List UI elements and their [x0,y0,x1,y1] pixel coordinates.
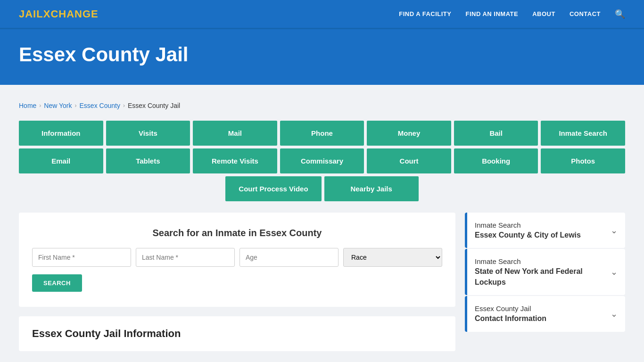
last-name-input[interactable] [136,248,235,267]
sidebar-card-title-contact: Essex County Jail Contact Information [475,304,546,324]
sidebar-card-header-essex[interactable]: Inmate Search Essex County & City of Lew… [467,213,625,248]
main-section: Search for an Inmate in Essex County Rac… [19,213,625,351]
sidebar-card-contact: Essex County Jail Contact Information ⌄ [465,296,625,331]
nav-contact[interactable]: CONTACT [570,10,601,17]
sidebar-card-title-ny: Inmate Search State of New York and Fede… [475,256,611,288]
breadcrumb: Home › New York › Essex County › Essex C… [19,94,625,109]
search-form-container: Search for an Inmate in Essex County Rac… [19,213,455,307]
button-grid-row2: Email Tablets Remote Visits Commissary C… [19,148,625,173]
btn-commissary[interactable]: Commissary [280,148,364,173]
age-input[interactable] [239,248,339,267]
sidebar-card-header-ny[interactable]: Inmate Search State of New York and Fede… [467,249,625,295]
logo[interactable]: JAILXCHANGE [19,8,99,20]
btn-booking[interactable]: Booking [454,148,538,173]
breadcrumb-current: Essex County Jail [128,102,180,109]
breadcrumb-sep-3: › [123,102,125,109]
breadcrumb-home[interactable]: Home [19,102,36,109]
btn-court-process-video[interactable]: Court Process Video [225,176,321,201]
btn-information[interactable]: Information [19,121,103,146]
btn-court[interactable]: Court [367,148,451,173]
sidebar-card-inmate-search-ny: Inmate Search State of New York and Fede… [465,249,625,295]
btn-tablets[interactable]: Tablets [106,148,190,173]
btn-inmate-search[interactable]: Inmate Search [541,121,625,146]
search-icon[interactable]: 🔍 [615,9,625,19]
race-select[interactable]: Race White Black Hispanic Asian Other [343,248,442,267]
sidebar: Inmate Search Essex County & City of Lew… [465,213,625,333]
logo-x: X [43,8,51,20]
left-column: Search for an Inmate in Essex County Rac… [19,213,455,351]
btn-visits[interactable]: Visits [106,121,190,146]
btn-photos[interactable]: Photos [541,148,625,173]
sidebar-card-title-essex: Inmate Search Essex County & City of Lew… [475,220,581,240]
chevron-down-icon: ⌄ [611,225,618,236]
btn-money[interactable]: Money [367,121,451,146]
breadcrumb-essex-county[interactable]: Essex County [80,102,120,109]
breadcrumb-sep-1: › [39,102,41,109]
search-form-title: Search for an Inmate in Essex County [32,228,442,239]
btn-mail[interactable]: Mail [193,121,277,146]
breadcrumb-sep-2: › [75,102,77,109]
nav-about[interactable]: ABOUT [532,10,555,17]
logo-exchange: CHANGE [50,8,98,20]
sidebar-card-inmate-search-essex: Inmate Search Essex County & City of Lew… [465,213,625,248]
info-section: Essex County Jail Information [19,316,455,351]
search-fields: Race White Black Hispanic Asian Other [32,248,442,267]
breadcrumb-new-york[interactable]: New York [44,102,72,109]
search-button[interactable]: SEARCH [32,274,82,292]
nav-find-inmate[interactable]: FIND AN INMATE [465,10,518,17]
first-name-input[interactable] [32,248,131,267]
nav-links: FIND A FACILITY FIND AN INMATE ABOUT CON… [399,9,625,19]
hero-section: Essex County Jail [0,29,644,85]
sidebar-card-header-contact[interactable]: Essex County Jail Contact Information ⌄ [467,296,625,331]
navbar: JAILXCHANGE FIND A FACILITY FIND AN INMA… [0,0,644,29]
button-grid-row1: Information Visits Mail Phone Money Bail… [19,121,625,146]
chevron-down-icon: ⌄ [611,309,618,319]
button-grid-row3: Court Process Video Nearby Jails [19,176,625,201]
info-section-title: Essex County Jail Information [32,328,442,340]
logo-jail: JAIL [19,8,43,20]
btn-phone[interactable]: Phone [280,121,364,146]
btn-remote-visits[interactable]: Remote Visits [193,148,277,173]
btn-nearby-jails[interactable]: Nearby Jails [324,176,419,201]
nav-find-facility[interactable]: FIND A FACILITY [399,10,451,17]
page-title: Essex County Jail [19,43,625,66]
content-wrapper: Home › New York › Essex County › Essex C… [0,85,644,362]
btn-email[interactable]: Email [19,148,103,173]
chevron-down-icon: ⌄ [611,267,618,277]
btn-bail[interactable]: Bail [454,121,538,146]
